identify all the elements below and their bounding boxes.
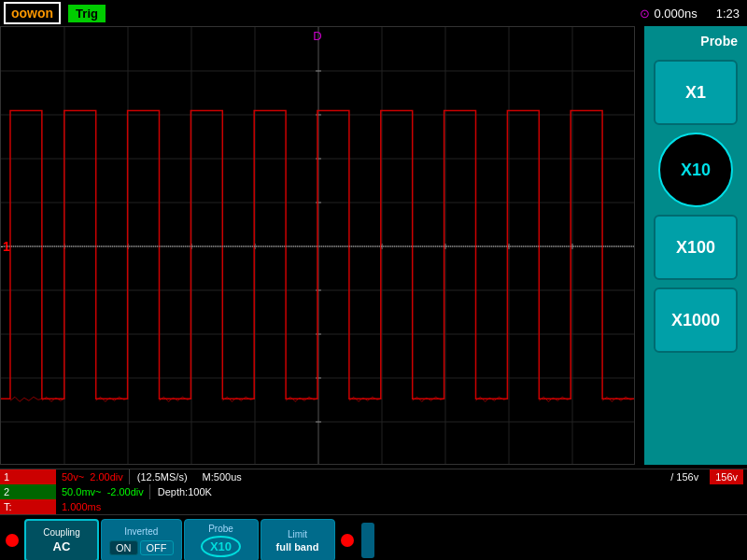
- probe-x100-button[interactable]: X100: [654, 215, 738, 280]
- probe-x10-button[interactable]: X10: [658, 133, 733, 207]
- probe-panel-title: Probe: [700, 34, 738, 49]
- ch2-label: 2: [0, 484, 56, 499]
- on-off-group: ON OFF: [109, 540, 174, 555]
- probe-x1-button[interactable]: X1: [654, 60, 738, 125]
- trigger-d-marker: D: [313, 29, 321, 43]
- ch2-status-row: 2 50.0mv~ -2.00div Depth:100K: [0, 484, 747, 499]
- controls-row: Coupling AC Inverted ON OFF Probe X10 Li…: [0, 514, 747, 560]
- trig-time-row: T: 1.000ms: [0, 499, 747, 514]
- logo-text: oowon: [4, 2, 61, 24]
- time-scale: M:500us: [195, 469, 249, 484]
- on-button[interactable]: ON: [109, 540, 138, 555]
- depth-info: Depth:100K: [149, 484, 219, 499]
- ch1-marker: 1: [3, 239, 10, 254]
- red-indicator-right: [341, 534, 354, 547]
- top-bar: oowon Trig ⊙ 0.000ns 1:23: [0, 0, 747, 26]
- logo-accent: o: [11, 6, 20, 21]
- coupling-value: AC: [53, 539, 71, 553]
- scope-screen: 1 D: [0, 26, 635, 465]
- bottom-bar: 1 50v~ 2.00div (12.5MS/s) M:500us / 156v…: [0, 469, 747, 560]
- right-panel: Probe X1 X10 X100 X1000: [644, 26, 747, 465]
- probe-ctrl-button[interactable]: Probe X10: [184, 519, 259, 560]
- trig-status: Trig: [68, 5, 106, 22]
- probe-ctrl-value: X10: [201, 536, 241, 557]
- trigger-level-marker: [1, 246, 634, 247]
- red-indicator-left: [6, 534, 19, 547]
- inverted-button[interactable]: Inverted ON OFF: [101, 519, 182, 560]
- sample-rate: (12.5MS/s): [129, 469, 195, 484]
- scroll-handle[interactable]: [361, 523, 374, 558]
- coupling-title: Coupling: [43, 527, 79, 538]
- clock-display: 1:23: [716, 7, 740, 21]
- limit-button[interactable]: Limit full band: [261, 519, 335, 560]
- time-display: 0.000ns: [654, 7, 697, 21]
- coupling-button[interactable]: Coupling AC: [24, 519, 99, 560]
- ch2-volt-div: 50.0mv~ -2.00div: [56, 484, 149, 499]
- trig-time-value: 1.000ms: [56, 499, 106, 514]
- off-button[interactable]: OFF: [140, 540, 174, 555]
- ch1-status-row: 1 50v~ 2.00div (12.5MS/s) M:500us / 156v…: [0, 469, 747, 484]
- trigger-icon: ⊙: [640, 7, 650, 21]
- voltage-reading: 156v: [710, 469, 743, 484]
- fft-indicator: / 156v: [667, 469, 702, 484]
- limit-value: full band: [276, 541, 319, 553]
- limit-title: Limit: [288, 529, 307, 539]
- ch1-volt-div: 50v~ 2.00div: [56, 469, 129, 484]
- probe-ctrl-title: Probe: [208, 524, 233, 534]
- trig-time-label: T:: [0, 499, 56, 514]
- ch1-label: 1: [0, 469, 56, 484]
- inverted-title: Inverted: [124, 526, 158, 537]
- probe-x1000-button[interactable]: X1000: [654, 287, 738, 353]
